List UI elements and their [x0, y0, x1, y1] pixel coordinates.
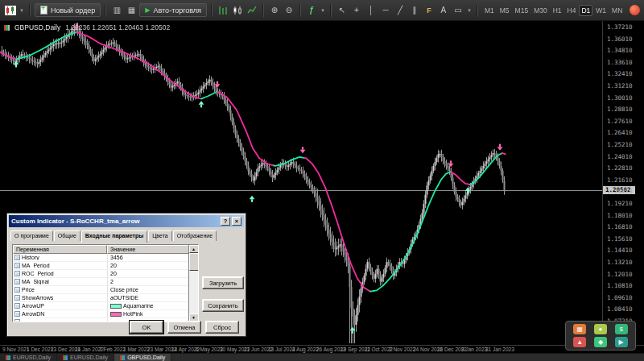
param-value: 3456: [107, 254, 198, 261]
price-axis[interactable]: 1.20502 1.372101.360101.348101.336101.32…: [602, 21, 644, 345]
cursor-icon[interactable]: ↖: [336, 3, 349, 18]
price-label: 1.13210: [607, 259, 633, 266]
tools-caret[interactable]: ▾: [466, 3, 473, 18]
load-button[interactable]: Загрузить: [202, 276, 244, 289]
dialog-tab-4[interactable]: Цвета: [148, 230, 172, 241]
reset-button[interactable]: Сброс: [205, 321, 239, 334]
zoom-in-icon[interactable]: ⊕: [268, 3, 281, 18]
chart-tab-2[interactable]: EURUSD,Daily: [57, 354, 114, 361]
param-row[interactable]: PriceClose price: [13, 286, 198, 294]
new-chart-icon[interactable]: [4, 3, 17, 18]
param-row[interactable]: ArrowDNHotPink: [13, 310, 198, 318]
panel-candle-icon[interactable]: ◆: [594, 337, 607, 347]
panel-cash-icon[interactable]: $: [615, 324, 628, 334]
help-button[interactable]: ?: [221, 217, 230, 226]
time-label: 1 Mar 2022: [123, 346, 150, 352]
text-tool-icon[interactable]: A: [437, 3, 450, 18]
parameters-table[interactable]: Переменная Значение History3456MA_Period…: [12, 244, 199, 322]
param-name: ArrowUP: [22, 303, 107, 309]
indicators-icon[interactable]: ƒ: [305, 3, 318, 18]
fibonacci-icon[interactable]: F: [423, 3, 436, 18]
color-swatch: [110, 312, 122, 317]
scroll-up-icon[interactable]: ▲: [189, 245, 199, 253]
symbol-icon: [4, 25, 10, 31]
param-value: 20: [107, 270, 198, 277]
param-row[interactable]: ROC_Period20: [13, 270, 198, 278]
param-type-icon: [14, 287, 20, 293]
chart-symbol-period: GBPUSD,Daily: [14, 23, 60, 31]
timeframe-m15[interactable]: M15: [513, 5, 531, 16]
new-order-button[interactable]: Новый ордер: [35, 3, 101, 17]
autotrade-button[interactable]: ▶ Авто-торговля: [139, 3, 207, 17]
column-header-variable[interactable]: Переменная: [13, 245, 107, 254]
terminal-icon[interactable]: ▦: [125, 3, 138, 18]
price-label: 1.26410: [607, 129, 633, 136]
toolbar-separator: [29, 4, 31, 17]
dialog-tab-1[interactable]: О программе: [10, 230, 53, 241]
top-toolbar: ▾ Новый ордер ▥ ▦ ▶ Авто-торговля ⊕ ⊖ ƒ …: [0, 0, 644, 21]
timeframe-w1[interactable]: W1: [593, 5, 609, 16]
panel-coins-icon[interactable]: ●: [594, 324, 607, 334]
param-name: MA_Signal: [22, 279, 107, 284]
chart-tab-label: GBPUSD,Daily: [127, 355, 165, 360]
chart-tab-1[interactable]: EURUSD,Daily: [0, 354, 57, 361]
time-axis[interactable]: 9 Nov 20211 Dec 202123 Dec 202114 Jan 20…: [0, 345, 644, 353]
dialog-tab-5[interactable]: Отображение: [173, 230, 217, 241]
param-row[interactable]: MA_Period20: [13, 262, 198, 270]
param-type-icon: [14, 255, 20, 260]
market-watch-icon[interactable]: ▥: [110, 3, 123, 18]
indicators-caret[interactable]: ▾: [320, 3, 326, 18]
column-header-value[interactable]: Значение: [107, 245, 189, 254]
param-row[interactable]: MA_Signal2: [13, 278, 198, 286]
channel-icon[interactable]: ∥: [408, 3, 421, 18]
timeframe-mn[interactable]: MN: [609, 5, 625, 16]
save-button[interactable]: Сохранить: [202, 299, 244, 312]
crosshair-icon[interactable]: +: [350, 3, 363, 18]
time-label: 7 Feb 2022: [99, 346, 126, 352]
ok-button[interactable]: OK: [130, 321, 163, 334]
param-row[interactable]: ShowArrowsaOUTSIDE: [13, 294, 198, 302]
panel-globe-icon[interactable]: ▶: [615, 337, 628, 347]
timeframe-m5[interactable]: M5: [497, 5, 512, 16]
timeframe-m30[interactable]: M30: [531, 5, 550, 16]
chart-tab-3[interactable]: GBPUSD,Daily: [114, 354, 171, 361]
horizontal-line-icon[interactable]: ─: [379, 3, 392, 18]
time-label: 13 Jul 2022: [268, 346, 295, 352]
color-swatch: [110, 304, 122, 309]
account-icon[interactable]: [628, 3, 641, 18]
price-label: 1.24010: [607, 153, 633, 160]
chart-title: GBPUSD,Daily 1.22236 1.22651 1.20463 1.2…: [4, 23, 170, 31]
price-label: 1.33610: [607, 59, 633, 66]
price-label: 1.31210: [607, 82, 633, 89]
line-chart-icon[interactable]: [246, 3, 258, 18]
zoom-out-icon[interactable]: ⊖: [283, 3, 295, 18]
panel-grid-icon[interactable]: ▦: [573, 324, 586, 334]
candle-chart-icon[interactable]: [231, 3, 244, 18]
dialog-tab-2[interactable]: Общие: [54, 230, 80, 241]
dialog-tab-3[interactable]: Входные параметры: [81, 230, 147, 243]
param-row[interactable]: History3456: [13, 254, 198, 262]
time-label: 6 May 2022: [196, 346, 223, 352]
toolbar-separator: [299, 4, 301, 17]
param-row[interactable]: ArrowUPAquamarine: [13, 302, 198, 310]
chart-tab-icon: [63, 355, 68, 360]
dialog-titlebar[interactable]: Custom Indicator - S-RoCCHR_tma_arrow ? …: [9, 215, 244, 227]
param-scrollbar[interactable]: ▲ ▼: [188, 245, 198, 322]
bar-chart-icon[interactable]: [217, 3, 229, 18]
indicator-dialog[interactable]: Custom Indicator - S-RoCCHR_tma_arrow ? …: [6, 213, 246, 337]
vertical-line-icon[interactable]: │: [365, 3, 378, 18]
shapes-icon[interactable]: ▭: [452, 3, 464, 18]
autotrade-label: Авто-торговля: [154, 6, 201, 15]
timeframe-h1[interactable]: H1: [551, 5, 564, 16]
chart-dropdown-caret[interactable]: ▾: [19, 3, 25, 18]
trendline-icon[interactable]: ╱: [394, 3, 407, 18]
timeframe-d1[interactable]: D1: [579, 5, 592, 16]
timeframe-m1[interactable]: M1: [482, 5, 497, 16]
scroll-thumb[interactable]: [189, 253, 199, 271]
close-icon[interactable]: ×: [232, 217, 242, 226]
timeframe-h4[interactable]: H4: [565, 5, 579, 16]
cancel-button[interactable]: Отмена: [167, 321, 201, 334]
panel-stats-icon[interactable]: ▲: [573, 337, 586, 347]
chart-tab-label: EURUSD,Daily: [70, 355, 108, 360]
price-label: 1.36010: [607, 35, 633, 43]
